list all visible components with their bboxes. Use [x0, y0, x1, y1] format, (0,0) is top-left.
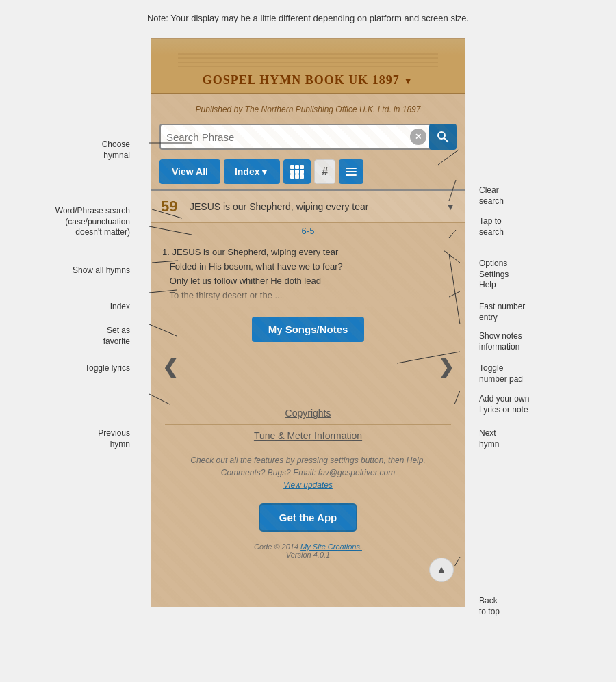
- ann-prev-hymn: Previous hymn: [98, 428, 130, 449]
- clear-button[interactable]: ✕: [410, 129, 426, 145]
- ann-choose-hymnal: Choose hymnal: [102, 140, 130, 161]
- app-frame: GOSPEL HYMN BOOK UK 1897 ▼ Published by …: [151, 38, 465, 607]
- search-input[interactable]: [159, 124, 436, 150]
- my-songs-button[interactable]: My Songs/Notes: [252, 317, 365, 342]
- ann-index: Index: [110, 302, 130, 313]
- ann-options: Options Settings Help: [479, 259, 509, 291]
- ann-show-all: Show all hymns: [73, 265, 130, 276]
- ann-set-favorite: Set as favorite: [103, 326, 130, 347]
- menu-button[interactable]: [339, 159, 363, 184]
- app-header: GOSPEL HYMN BOOK UK 1897 ▼: [151, 39, 465, 94]
- copyrights-link[interactable]: Copyrights: [165, 408, 451, 419]
- ann-add-lyrics: Add your own Lyrics or note: [479, 394, 529, 415]
- tune-meter-link[interactable]: Tune & Meter Information: [165, 430, 451, 441]
- grid-button[interactable]: [283, 159, 311, 184]
- footer: Copyrights Tune & Meter Information Chec…: [151, 385, 465, 566]
- ann-back-top: Back to top: [479, 596, 500, 617]
- note-bar: Note: Your display may be a little diffe…: [0, 0, 616, 31]
- svg-point-21: [438, 132, 445, 139]
- lyrics-area: 1. JESUS is our Shepherd, wiping every t…: [151, 239, 465, 307]
- ann-show-notes: Show notes information: [479, 331, 522, 352]
- hymn-expand-arrow: ▼: [446, 201, 455, 212]
- svg-line-22: [444, 138, 448, 142]
- index-button[interactable]: Index▼: [224, 159, 280, 184]
- back-to-top-button[interactable]: ▲: [429, 558, 454, 582]
- lyrics-verse-2: 2. Jesu...: [162, 306, 454, 307]
- search-button[interactable]: [429, 124, 457, 150]
- hymn-number: 59: [161, 198, 181, 215]
- ann-clear-search: Clear search: [479, 185, 504, 207]
- nav-arrows: ❮ ❯: [151, 353, 465, 385]
- hash-button[interactable]: #: [314, 159, 335, 184]
- ann-next-hymn: Next hymn: [479, 428, 499, 449]
- search-area: ✕: [151, 117, 465, 159]
- footer-italic: Check out all the features by pressing s…: [165, 454, 451, 491]
- publisher-text: Published by The Northern Publishing Off…: [151, 99, 465, 117]
- next-hymn-button[interactable]: ❯: [438, 356, 454, 378]
- ann-fast-num: Fast number entry: [479, 302, 525, 323]
- hymn-tune-link[interactable]: 6-5: [151, 223, 465, 239]
- view-updates-link[interactable]: View updates: [283, 480, 333, 490]
- button-row: View All Index▼ #: [151, 159, 465, 189]
- footer-code: Code © 2014 My Site Creations. Version 4…: [165, 542, 451, 559]
- ann-word-phrase: Word/Phrase search (case/punctuation doe…: [55, 206, 130, 238]
- ann-toggle-lyrics: Toggle lyrics: [85, 363, 130, 374]
- hymnal-title[interactable]: GOSPEL HYMN BOOK UK 1897 ▼: [158, 73, 458, 88]
- hymn-title: JESUS is our Shepherd, wiping every tear: [190, 201, 446, 212]
- ann-tap-search: Tap to search: [479, 216, 504, 237]
- view-all-button[interactable]: View All: [159, 159, 220, 184]
- get-app-button[interactable]: Get the App: [259, 503, 357, 532]
- lyrics-verse-1: 1. JESUS is our Shepherd, wiping every t…: [162, 246, 454, 302]
- prev-hymn-button[interactable]: ❮: [162, 356, 178, 378]
- hymn-row[interactable]: 59 JESUS is our Shepherd, wiping every t…: [151, 191, 465, 223]
- site-link[interactable]: My Site Creations.: [300, 542, 362, 551]
- ann-toggle-numpad: Toggle number pad: [479, 363, 523, 384]
